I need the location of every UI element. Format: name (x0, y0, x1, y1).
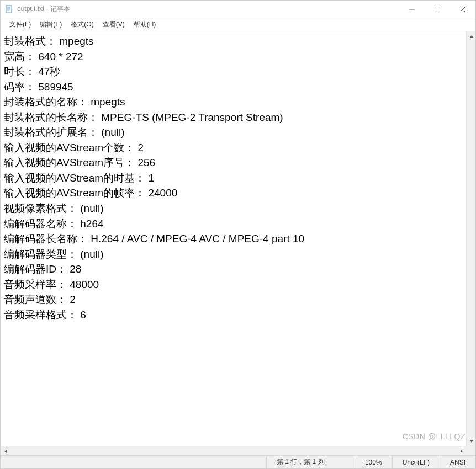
svg-rect-0 (6, 6, 12, 13)
status-cursor-position: 第 1 行，第 1 列 (266, 456, 355, 468)
status-encoding: ANSI (440, 456, 475, 468)
window-title: output.txt - 记事本 (17, 4, 399, 14)
menu-view[interactable]: 查看(V) (98, 19, 129, 30)
statusbar: 第 1 行，第 1 列 100% Unix (LF) ANSI (1, 455, 475, 468)
scroll-up-arrow-icon[interactable] (467, 31, 476, 41)
minimize-button[interactable] (399, 1, 425, 18)
status-zoom: 100% (355, 456, 392, 468)
scroll-track-horizontal[interactable] (10, 446, 457, 455)
scroll-left-arrow-icon[interactable] (1, 446, 10, 456)
scroll-down-arrow-icon[interactable] (467, 436, 476, 446)
menu-file[interactable]: 文件(F) (5, 19, 35, 30)
scroll-corner (466, 446, 475, 455)
horizontal-scrollbar[interactable] (1, 446, 466, 455)
maximize-button[interactable] (425, 1, 450, 18)
notepad-icon (5, 5, 14, 14)
text-editor[interactable]: 封装格式： mpegts 宽高： 640 * 272 时长： 47秒 码率： 5… (1, 31, 466, 446)
content-area: 封装格式： mpegts 宽高： 640 * 272 时长： 47秒 码率： 5… (1, 31, 475, 455)
menubar: 文件(F) 编辑(E) 格式(O) 查看(V) 帮助(H) (1, 18, 475, 31)
close-button[interactable] (450, 1, 475, 18)
scroll-right-arrow-icon[interactable] (457, 446, 466, 456)
window-controls (399, 1, 475, 18)
menu-help[interactable]: 帮助(H) (129, 19, 161, 30)
scroll-track-vertical[interactable] (467, 41, 475, 436)
menu-edit[interactable]: 编辑(E) (35, 19, 66, 30)
vertical-scrollbar[interactable] (466, 31, 475, 446)
menu-format[interactable]: 格式(O) (66, 19, 98, 30)
titlebar: output.txt - 记事本 (1, 1, 475, 18)
svg-rect-6 (435, 7, 440, 12)
status-line-ending: Unix (LF) (392, 456, 440, 468)
